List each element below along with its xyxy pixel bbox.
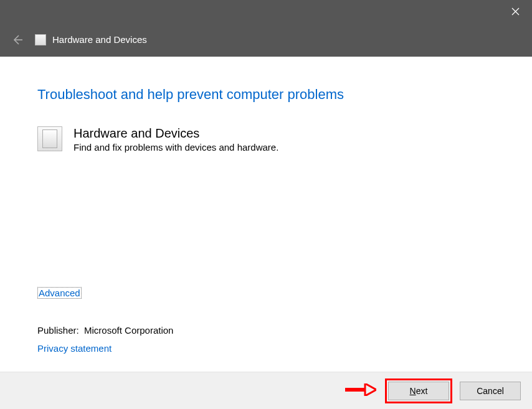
next-button[interactable]: Next <box>388 382 449 400</box>
publisher-value: Microsoft Corporation <box>84 325 173 336</box>
content-area: Troubleshoot and help prevent computer p… <box>0 57 532 372</box>
next-underline: N <box>410 386 416 396</box>
page-title: Troubleshoot and help prevent computer p… <box>37 87 495 103</box>
wizard-header: Hardware and Devices <box>0 22 532 57</box>
back-arrow-icon <box>7 30 27 50</box>
cancel-button[interactable]: Cancel <box>460 382 521 400</box>
next-button-label-rest: ext <box>416 386 428 396</box>
privacy-statement-link[interactable]: Privacy statement <box>37 343 112 354</box>
device-icon <box>37 126 62 151</box>
close-icon[interactable] <box>506 2 525 21</box>
troubleshooter-item: Hardware and Devices Find and fix proble… <box>37 126 495 153</box>
red-arrow-annotation <box>345 383 376 398</box>
advanced-link[interactable]: Advanced <box>37 287 82 299</box>
footer: Next Cancel <box>0 372 532 409</box>
header-device-icon <box>35 34 46 45</box>
svg-rect-3 <box>345 388 365 392</box>
troubleshooter-description: Find and fix problems with devices and h… <box>74 142 278 153</box>
publisher-label: Publisher: <box>37 325 79 336</box>
header-title: Hardware and Devices <box>52 34 147 45</box>
next-button-highlight: Next <box>385 378 452 403</box>
bottom-links: Advanced Publisher: Microsoft Corporatio… <box>37 287 173 354</box>
titlebar <box>0 0 532 22</box>
svg-marker-4 <box>365 383 376 396</box>
troubleshooter-title: Hardware and Devices <box>74 126 278 141</box>
publisher-row: Publisher: Microsoft Corporation <box>37 325 173 336</box>
